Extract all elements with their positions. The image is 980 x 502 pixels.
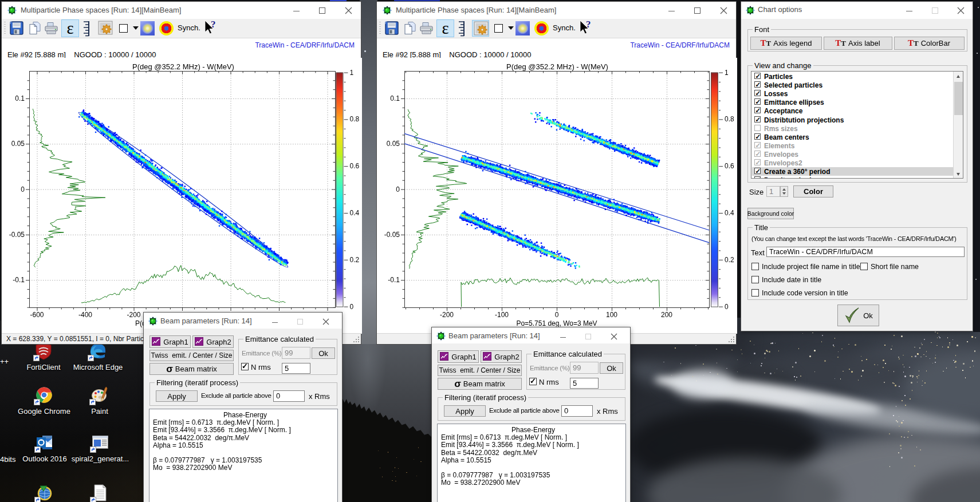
svg-text:?: ?: [586, 19, 591, 30]
svg-text:?: ?: [211, 19, 216, 30]
